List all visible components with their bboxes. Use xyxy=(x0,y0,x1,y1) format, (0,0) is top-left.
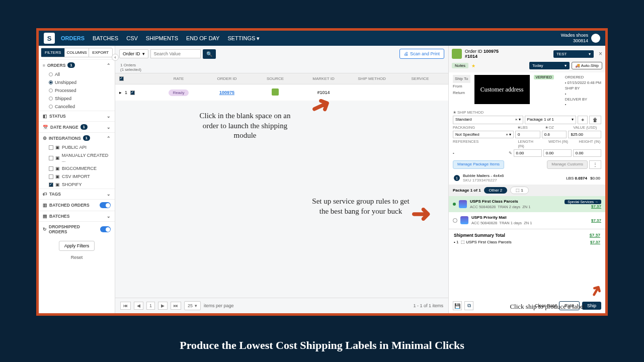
group-integrations[interactable]: ⚙ INTEGRATIONS1⌃ xyxy=(39,132,115,143)
nav-csv[interactable]: CSV xyxy=(126,35,138,42)
test-select[interactable]: TEST▾ xyxy=(553,50,594,58)
usps-icon xyxy=(460,216,468,224)
nav-settings[interactable]: SETTINGS ▾ xyxy=(227,35,260,42)
carrier-ups-tab[interactable]: ⬚ 1 xyxy=(510,187,529,194)
more-icon[interactable]: ⋮ xyxy=(589,160,601,169)
toggle-batched[interactable] xyxy=(100,202,111,208)
notes-button[interactable]: Notes xyxy=(452,63,468,68)
autoship-button[interactable]: 🚚 Auto-Ship xyxy=(572,62,602,69)
edit-ref-icon[interactable]: ✎ xyxy=(509,151,512,155)
int-bigcommerce[interactable]: ▣ BIGCOMMERCE xyxy=(39,164,115,172)
search-input[interactable] xyxy=(150,49,201,58)
table-row[interactable]: ▸1 Ready 100975 #1014 xyxy=(115,84,448,101)
row-checkbox[interactable] xyxy=(130,90,135,95)
item-name: Bubble Mailers - 4x4x6 xyxy=(463,173,563,178)
manage-customs-button[interactable]: Manage Customs xyxy=(547,160,588,169)
annotation-2: Set up service group rules to get the be… xyxy=(310,197,411,216)
group-status[interactable]: ◧ STATUS⌄ xyxy=(39,111,115,121)
arrow-icon: ➜ xyxy=(411,199,431,227)
user-name: Wades shoes xyxy=(561,33,588,38)
group-batches[interactable]: ▤ BATCHES⌄ xyxy=(39,211,115,221)
group-batched[interactable]: ▥ BATCHED ORDERS xyxy=(39,199,115,211)
shopify-icon xyxy=(272,88,279,96)
pager-first[interactable]: ⏮ xyxy=(120,302,131,310)
sidebar: FILTERS COLUMNS EXPORT ≡ ORDERS1⌃ All Un… xyxy=(39,46,115,313)
tab-from[interactable]: From xyxy=(453,83,470,90)
pager: ⏮ ◀ 1 ▶ ⏭ 25 ▾ items per page 1 - 1 of 1… xyxy=(115,298,448,313)
search-button[interactable]: 🔍 xyxy=(203,49,216,59)
int-manual[interactable]: ▣ MANUALLY CREATED ... xyxy=(39,151,115,164)
table-header: RATEORDER IDSOURCEMARKET IDSHIP METHODSE… xyxy=(115,73,448,84)
main-area: Order ID ▾ 🔍 🖨 Scan and Print 1 Orders(1… xyxy=(115,46,448,313)
group-orders[interactable]: ≡ ORDERS1⌃ xyxy=(39,59,115,70)
int-csv[interactable]: ▣ CSV IMPORT xyxy=(39,172,115,180)
height-input[interactable]: 0.00 xyxy=(573,149,601,157)
apply-filters-button[interactable]: Apply Filters xyxy=(59,241,95,251)
topbar: S ORDERS BATCHES CSV SHIPMENTS END OF DA… xyxy=(39,31,605,46)
width-input[interactable]: 0.00 xyxy=(543,149,572,157)
pager-range: 1 - 1 of 1 items xyxy=(413,303,443,308)
opt-shipped[interactable]: Shipped xyxy=(39,95,115,103)
search-field-select[interactable]: Order ID ▾ xyxy=(119,49,148,58)
table-meta: 1 Orders(1 selected) xyxy=(115,62,448,73)
service-option-2[interactable]: USPS Priority MailACC 50840828 TRAN 1 da… xyxy=(449,212,605,228)
pager-page[interactable]: 1 xyxy=(146,302,155,310)
tab-return[interactable]: Return xyxy=(453,89,470,97)
manage-package-items-button[interactable]: Manage Package Items xyxy=(453,160,504,169)
close-icon[interactable]: × xyxy=(599,50,602,57)
group-tags[interactable]: 🏷 TAGS⌄ xyxy=(39,189,115,199)
reset-link[interactable]: Reset xyxy=(39,255,115,260)
opt-all[interactable]: All xyxy=(39,70,115,78)
avatar-icon xyxy=(591,34,600,43)
tab-filters[interactable]: FILTERS xyxy=(41,48,65,57)
carrier-other-tab[interactable]: Other 2 xyxy=(484,187,508,194)
select-all-checkbox[interactable] xyxy=(119,76,124,81)
nav-orders[interactable]: ORDERS xyxy=(61,35,85,42)
per-page-select[interactable]: 25 ▾ xyxy=(184,301,201,310)
main-nav: ORDERS BATCHES CSV SHIPMENTS END OF DAY … xyxy=(61,35,260,42)
toggle-drop[interactable] xyxy=(100,226,111,232)
lbs-input[interactable]: 0 xyxy=(515,131,540,138)
scan-print-button[interactable]: 🖨 Scan and Print xyxy=(399,49,444,59)
service-option-1[interactable]: USPS First Class ParcelsACC 50840828 TRA… xyxy=(449,196,605,212)
length-input[interactable]: 0.00 xyxy=(514,149,542,157)
verified-badge: VERIFIED xyxy=(534,75,554,79)
arrow-icon: ➜ xyxy=(585,281,605,300)
opt-processed[interactable]: Processed xyxy=(39,86,115,95)
add-package-button[interactable]: + xyxy=(578,116,588,124)
group-drop[interactable]: ↻ DROPSHIPPED ORDERS xyxy=(39,221,115,237)
nav-shipments[interactable]: SHIPMENTS xyxy=(146,35,178,42)
caption: Produce the Lowest Cost Shipping Labels … xyxy=(0,339,644,352)
int-publicapi[interactable]: ▣ PUBLIC API xyxy=(39,143,115,151)
pager-next[interactable]: ▶ xyxy=(158,302,168,310)
order-id-link[interactable]: 100975 xyxy=(219,90,234,95)
status-badge: Ready xyxy=(169,89,188,96)
pager-prev[interactable]: ◀ xyxy=(134,302,143,310)
package-select[interactable]: Package 1 of 1▾ xyxy=(525,116,577,124)
packaging-select[interactable]: Not Specified× ▾ xyxy=(453,131,514,138)
tab-shipto[interactable]: Ship To xyxy=(453,75,470,83)
user-id: 300814 xyxy=(561,38,588,44)
save-icon[interactable]: 💾 xyxy=(453,301,462,310)
tab-columns[interactable]: COLUMNS xyxy=(65,48,89,57)
pager-last[interactable]: ⏭ xyxy=(171,302,181,310)
date-select[interactable]: Today▾ xyxy=(529,62,570,69)
group-daterange[interactable]: 📅 DATE RANGE1⌄ xyxy=(39,121,115,132)
value-input[interactable]: $25.00 xyxy=(568,131,601,138)
collapse-sidebar-button[interactable]: ‹ xyxy=(112,54,119,61)
shipmethod-select[interactable]: Standard× ▾ xyxy=(453,116,523,124)
opt-unshipped[interactable]: Unshipped xyxy=(39,78,115,86)
address-redacted: Customer address xyxy=(474,75,530,104)
logo: S xyxy=(44,33,55,44)
delete-package-button[interactable]: 🗑 xyxy=(589,116,601,124)
copy-icon[interactable]: ⧉ xyxy=(464,301,473,310)
tab-export[interactable]: EXPORT xyxy=(89,48,112,57)
nav-batches[interactable]: BATCHES xyxy=(93,35,118,42)
annotation-3: Click ship to produce a label xyxy=(505,303,590,311)
oz-input[interactable]: 0.6 xyxy=(542,131,567,138)
int-shopify[interactable]: ▣ SHOPIFY xyxy=(39,180,115,189)
sidebar-tabs: FILTERS COLUMNS EXPORT xyxy=(41,48,113,57)
user-menu[interactable]: Wades shoes300814 xyxy=(561,33,600,44)
nav-eod[interactable]: END OF DAY xyxy=(186,35,219,42)
opt-cancelled[interactable]: Cancelled xyxy=(39,103,115,111)
